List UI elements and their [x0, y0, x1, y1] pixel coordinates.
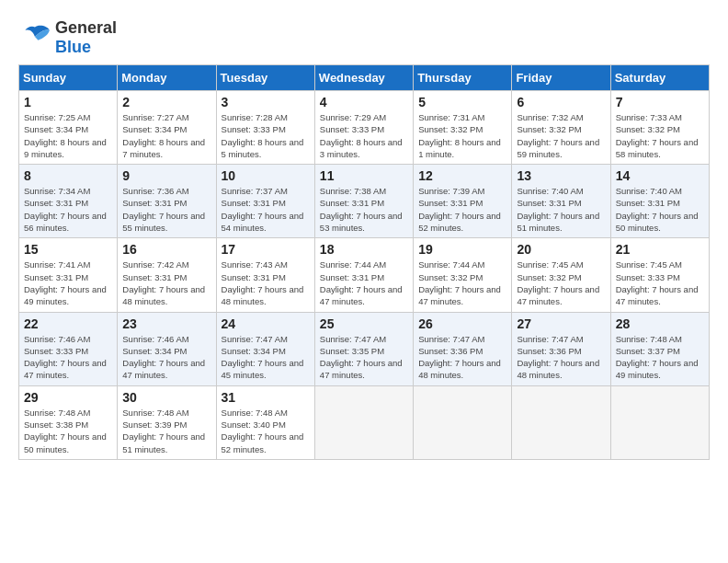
calendar-cell [610, 385, 709, 459]
header-monday: Monday [118, 65, 216, 91]
day-detail: Sunrise: 7:48 AMSunset: 3:37 PMDaylight:… [616, 333, 704, 382]
calendar-cell: 2Sunrise: 7:27 AMSunset: 3:34 PMDaylight… [118, 91, 216, 165]
calendar-cell: 27Sunrise: 7:47 AMSunset: 3:36 PMDayligh… [512, 312, 610, 385]
day-detail: Sunrise: 7:48 AMSunset: 3:39 PMDaylight:… [122, 407, 210, 455]
header-sunday: Sunday [19, 65, 118, 91]
calendar-cell: 5Sunrise: 7:31 AMSunset: 3:32 PMDaylight… [414, 91, 512, 165]
day-detail: Sunrise: 7:41 AMSunset: 3:31 PMDaylight:… [24, 259, 112, 307]
day-number: 15 [24, 242, 112, 257]
calendar-cell [314, 385, 413, 459]
day-detail: Sunrise: 7:25 AMSunset: 3:34 PMDaylight:… [24, 111, 112, 160]
calendar-cell: 15Sunrise: 7:41 AMSunset: 3:31 PMDayligh… [19, 238, 118, 312]
day-number: 30 [122, 390, 210, 405]
calendar-cell: 22Sunrise: 7:46 AMSunset: 3:33 PMDayligh… [19, 312, 118, 385]
day-number: 10 [222, 168, 310, 183]
day-number: 25 [320, 316, 408, 331]
calendar-header-row: SundayMondayTuesdayWednesdayThursdayFrid… [19, 65, 710, 91]
logo-icon [18, 24, 51, 52]
calendar-cell: 13Sunrise: 7:40 AMSunset: 3:31 PMDayligh… [512, 165, 610, 238]
day-detail: Sunrise: 7:47 AMSunset: 3:34 PMDaylight:… [222, 333, 310, 382]
day-detail: Sunrise: 7:27 AMSunset: 3:34 PMDaylight:… [122, 111, 210, 160]
day-detail: Sunrise: 7:32 AMSunset: 3:32 PMDaylight:… [517, 111, 605, 160]
calendar-cell: 25Sunrise: 7:47 AMSunset: 3:35 PMDayligh… [314, 312, 413, 385]
day-number: 4 [320, 95, 408, 109]
day-number: 24 [222, 316, 310, 331]
day-number: 11 [320, 168, 408, 183]
day-detail: Sunrise: 7:40 AMSunset: 3:31 PMDaylight:… [517, 185, 605, 234]
calendar-table: SundayMondayTuesdayWednesdayThursdayFrid… [18, 64, 710, 460]
day-number: 14 [616, 168, 704, 183]
logo: General Blue [18, 18, 117, 57]
day-number: 16 [122, 242, 210, 257]
day-detail: Sunrise: 7:31 AMSunset: 3:32 PMDaylight:… [418, 111, 506, 160]
calendar-cell: 6Sunrise: 7:32 AMSunset: 3:32 PMDaylight… [512, 91, 610, 165]
day-detail: Sunrise: 7:46 AMSunset: 3:34 PMDaylight:… [122, 333, 210, 382]
week-row-2: 8Sunrise: 7:34 AMSunset: 3:31 PMDaylight… [19, 165, 710, 238]
header-friday: Friday [512, 65, 610, 91]
calendar-cell [512, 385, 610, 459]
day-detail: Sunrise: 7:37 AMSunset: 3:31 PMDaylight:… [222, 185, 310, 234]
day-detail: Sunrise: 7:48 AMSunset: 3:38 PMDaylight:… [24, 407, 112, 455]
logo-text: General Blue [55, 18, 117, 57]
calendar-cell: 29Sunrise: 7:48 AMSunset: 3:38 PMDayligh… [19, 385, 118, 459]
day-number: 9 [122, 168, 210, 183]
week-row-4: 22Sunrise: 7:46 AMSunset: 3:33 PMDayligh… [19, 312, 710, 385]
day-number: 1 [24, 95, 112, 109]
day-number: 6 [517, 95, 605, 109]
day-detail: Sunrise: 7:34 AMSunset: 3:31 PMDaylight:… [24, 185, 112, 234]
day-number: 12 [418, 168, 506, 183]
day-number: 29 [24, 390, 112, 405]
calendar-cell: 3Sunrise: 7:28 AMSunset: 3:33 PMDaylight… [216, 91, 314, 165]
day-detail: Sunrise: 7:40 AMSunset: 3:31 PMDaylight:… [616, 185, 704, 234]
calendar-cell: 31Sunrise: 7:48 AMSunset: 3:40 PMDayligh… [216, 385, 314, 459]
day-number: 31 [222, 390, 310, 405]
calendar-cell: 8Sunrise: 7:34 AMSunset: 3:31 PMDaylight… [19, 165, 118, 238]
day-detail: Sunrise: 7:36 AMSunset: 3:31 PMDaylight:… [122, 185, 210, 234]
day-number: 21 [616, 242, 704, 257]
day-detail: Sunrise: 7:47 AMSunset: 3:36 PMDaylight:… [517, 333, 605, 382]
calendar-cell: 24Sunrise: 7:47 AMSunset: 3:34 PMDayligh… [216, 312, 314, 385]
calendar-cell: 11Sunrise: 7:38 AMSunset: 3:31 PMDayligh… [314, 165, 413, 238]
day-detail: Sunrise: 7:48 AMSunset: 3:40 PMDaylight:… [222, 407, 310, 455]
page-header: General Blue [18, 18, 710, 57]
calendar-cell: 12Sunrise: 7:39 AMSunset: 3:31 PMDayligh… [414, 165, 512, 238]
day-detail: Sunrise: 7:44 AMSunset: 3:31 PMDaylight:… [320, 259, 408, 307]
calendar-cell: 20Sunrise: 7:45 AMSunset: 3:32 PMDayligh… [512, 238, 610, 312]
calendar-cell: 26Sunrise: 7:47 AMSunset: 3:36 PMDayligh… [414, 312, 512, 385]
day-number: 18 [320, 242, 408, 257]
day-detail: Sunrise: 7:33 AMSunset: 3:32 PMDaylight:… [616, 111, 704, 160]
calendar-cell: 23Sunrise: 7:46 AMSunset: 3:34 PMDayligh… [118, 312, 216, 385]
day-detail: Sunrise: 7:47 AMSunset: 3:35 PMDaylight:… [320, 333, 408, 382]
calendar-cell: 19Sunrise: 7:44 AMSunset: 3:32 PMDayligh… [414, 238, 512, 312]
day-number: 7 [616, 95, 704, 109]
week-row-5: 29Sunrise: 7:48 AMSunset: 3:38 PMDayligh… [19, 385, 710, 459]
header-saturday: Saturday [610, 65, 709, 91]
day-detail: Sunrise: 7:45 AMSunset: 3:32 PMDaylight:… [517, 259, 605, 307]
header-tuesday: Tuesday [216, 65, 314, 91]
calendar-cell: 14Sunrise: 7:40 AMSunset: 3:31 PMDayligh… [610, 165, 709, 238]
day-number: 27 [517, 316, 605, 331]
calendar-cell: 10Sunrise: 7:37 AMSunset: 3:31 PMDayligh… [216, 165, 314, 238]
calendar-body: 1Sunrise: 7:25 AMSunset: 3:34 PMDaylight… [19, 91, 710, 460]
day-number: 22 [24, 316, 112, 331]
day-detail: Sunrise: 7:29 AMSunset: 3:33 PMDaylight:… [320, 111, 408, 160]
day-detail: Sunrise: 7:42 AMSunset: 3:31 PMDaylight:… [122, 259, 210, 307]
day-number: 20 [517, 242, 605, 257]
day-detail: Sunrise: 7:39 AMSunset: 3:31 PMDaylight:… [418, 185, 506, 234]
day-number: 8 [24, 168, 112, 183]
day-number: 5 [418, 95, 506, 109]
week-row-1: 1Sunrise: 7:25 AMSunset: 3:34 PMDaylight… [19, 91, 710, 165]
calendar-cell: 7Sunrise: 7:33 AMSunset: 3:32 PMDaylight… [610, 91, 709, 165]
calendar-cell: 17Sunrise: 7:43 AMSunset: 3:31 PMDayligh… [216, 238, 314, 312]
calendar-cell: 21Sunrise: 7:45 AMSunset: 3:33 PMDayligh… [610, 238, 709, 312]
calendar-cell: 1Sunrise: 7:25 AMSunset: 3:34 PMDaylight… [19, 91, 118, 165]
week-row-3: 15Sunrise: 7:41 AMSunset: 3:31 PMDayligh… [19, 238, 710, 312]
day-number: 28 [616, 316, 704, 331]
day-number: 13 [517, 168, 605, 183]
calendar-cell: 9Sunrise: 7:36 AMSunset: 3:31 PMDaylight… [118, 165, 216, 238]
day-detail: Sunrise: 7:38 AMSunset: 3:31 PMDaylight:… [320, 185, 408, 234]
calendar-cell: 16Sunrise: 7:42 AMSunset: 3:31 PMDayligh… [118, 238, 216, 312]
calendar-cell: 4Sunrise: 7:29 AMSunset: 3:33 PMDaylight… [314, 91, 413, 165]
day-number: 23 [122, 316, 210, 331]
day-number: 26 [418, 316, 506, 331]
